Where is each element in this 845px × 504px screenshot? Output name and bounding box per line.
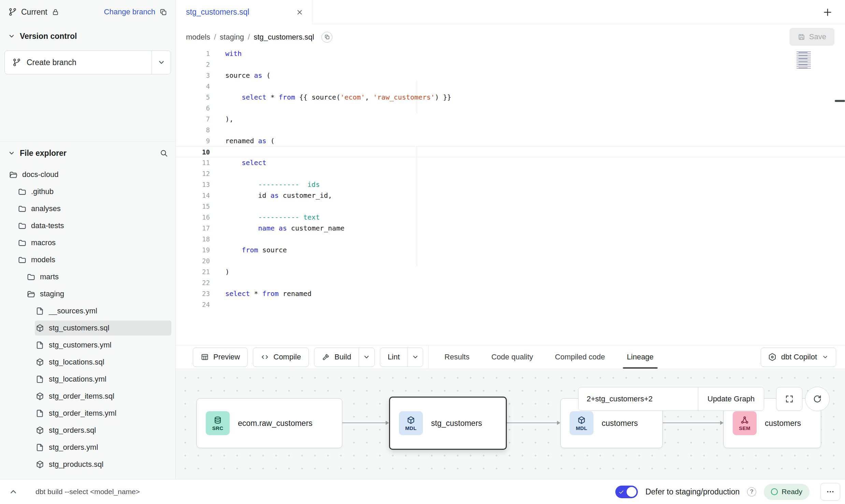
file-item-stg_order_items.yml[interactable]: stg_order_items.yml <box>0 405 175 422</box>
code-line-16[interactable]: 16 ---------- text <box>176 212 845 223</box>
file-item-stg_locations.yml[interactable]: stg_locations.yml <box>0 371 175 388</box>
change-branch-link[interactable]: Change branch <box>104 8 155 16</box>
code-line-20[interactable]: 20 <box>176 255 845 266</box>
code-line-6[interactable]: 6 <box>176 103 845 114</box>
help-icon[interactable]: ? <box>747 487 756 496</box>
badge-label: SEM <box>739 425 750 431</box>
lint-dropdown[interactable] <box>407 348 423 367</box>
lineage-node-stg_customers[interactable]: MDLstg_customers <box>389 397 507 450</box>
code-line-22[interactable]: 22 <box>176 277 845 288</box>
chevron-down-icon <box>8 149 16 157</box>
folder-icon <box>18 204 27 213</box>
code-editor[interactable]: 1with23source as (45 select * from {{ so… <box>176 50 845 345</box>
file-item-staging[interactable]: staging <box>0 285 175 302</box>
file-item-stg_customers.sql[interactable]: stg_customers.sql <box>0 320 175 337</box>
code-line-21[interactable]: 21) <box>176 266 845 277</box>
code-line-2[interactable]: 2 <box>176 59 845 70</box>
minimap[interactable] <box>797 51 816 71</box>
minimap-lines <box>799 52 807 69</box>
line-content: select * from {{ source('ecom', 'raw_cus… <box>225 92 451 103</box>
create-branch-dropdown[interactable] <box>152 51 171 74</box>
tab-stg-customers-sql[interactable]: stg_customers.sql <box>176 0 313 24</box>
compile-button[interactable]: Compile <box>253 347 309 367</box>
build-dropdown[interactable] <box>359 348 374 367</box>
code-line-18[interactable]: 18 <box>176 234 845 244</box>
line-number: 6 <box>176 103 210 114</box>
file-item-stg_customers.yml[interactable]: stg_customers.yml <box>0 337 175 354</box>
expand-command-bar-icon[interactable] <box>8 487 18 497</box>
update-graph-button[interactable]: Update Graph <box>698 387 764 411</box>
lineage-panel[interactable]: SRCecom.raw_customersMDLstg_customersMDL… <box>176 369 845 479</box>
tab-compiled-code[interactable]: Compiled code <box>555 345 605 369</box>
code-line-15[interactable]: 15 <box>176 201 845 212</box>
code-line-4[interactable]: 4 <box>176 81 845 92</box>
code-line-12[interactable]: 12 <box>176 168 845 179</box>
file-item-__sources.yml[interactable]: __sources.yml <box>0 302 175 320</box>
file-tree: docs-cloud.githubanalysesdata-testsmacro… <box>0 166 175 473</box>
file-item-stg_order_items.sql[interactable]: stg_order_items.sql <box>0 388 175 405</box>
code-icon <box>261 353 269 361</box>
tab-code-quality[interactable]: Code quality <box>491 345 533 369</box>
tab-lineage[interactable]: Lineage <box>627 345 654 369</box>
code-line-23[interactable]: 23select * from renamed <box>176 288 845 299</box>
file-item-data-tests[interactable]: data-tests <box>0 217 175 234</box>
lineage-node-ecom.raw_customers[interactable]: SRCecom.raw_customers <box>197 398 342 448</box>
file-explorer-header[interactable]: File explorer <box>0 145 175 161</box>
badge-label: MDL <box>576 425 587 431</box>
code-line-24[interactable]: 24 <box>176 299 845 310</box>
lint-button[interactable]: Lint <box>380 348 407 367</box>
tab-results[interactable]: Results <box>444 345 469 369</box>
new-tab-icon[interactable] <box>822 7 833 17</box>
breadcrumb-models[interactable]: models <box>186 33 210 42</box>
code-line-9[interactable]: 9renamed as ( <box>176 135 845 146</box>
more-options-button[interactable] <box>820 483 840 501</box>
defer-toggle[interactable] <box>615 486 638 498</box>
file-item-marts[interactable]: marts <box>0 268 175 285</box>
search-icon[interactable] <box>160 149 168 157</box>
copy-branch-icon[interactable] <box>159 8 167 16</box>
close-tab-icon[interactable] <box>296 9 303 16</box>
file-label: data-tests <box>31 221 64 230</box>
file-item-docs-cloud[interactable]: docs-cloud <box>0 166 175 183</box>
build-button[interactable]: Build <box>314 348 359 367</box>
folder-icon <box>27 272 35 281</box>
preview-button[interactable]: Preview <box>193 347 248 367</box>
code-line-11[interactable]: 11 select <box>176 157 845 168</box>
file-item-.github[interactable]: .github <box>0 183 175 200</box>
line-number: 11 <box>176 157 210 168</box>
code-line-17[interactable]: 17 name as customer_name <box>176 223 845 234</box>
fullscreen-button[interactable] <box>776 387 802 411</box>
fullscreen-icon <box>785 394 794 404</box>
semantic-badge: SEM <box>733 411 757 435</box>
copy-path-button[interactable] <box>321 32 332 43</box>
code-line-19[interactable]: 19 from source <box>176 244 845 255</box>
code-line-1[interactable]: 1with <box>176 50 845 59</box>
code-line-8[interactable]: 8 <box>176 124 845 135</box>
file-item-analyses[interactable]: analyses <box>0 200 175 217</box>
breadcrumb-staging[interactable]: staging <box>220 33 244 42</box>
code-line-10[interactable]: 10 <box>176 146 845 157</box>
code-line-3[interactable]: 3source as ( <box>176 70 845 81</box>
refresh-button[interactable] <box>805 387 830 411</box>
create-branch-main[interactable]: Create branch <box>5 51 152 74</box>
code-line-5[interactable]: 5 select * from {{ source('ecom', 'raw_c… <box>176 92 845 103</box>
code-line-7[interactable]: 7), <box>176 114 845 124</box>
dbt-copilot-button[interactable]: dbt Copilot <box>761 347 836 367</box>
folder-open-icon <box>9 170 18 179</box>
save-button[interactable]: Save <box>789 28 834 46</box>
command-hint[interactable]: dbt build --select <model_name> <box>35 488 140 496</box>
code-line-13[interactable]: 13 ---------- ids <box>176 179 845 190</box>
file-item-macros[interactable]: macros <box>0 234 175 251</box>
sidebar-spacer <box>0 74 175 141</box>
lineage-graph: SRCecom.raw_customersMDLstg_customersMDL… <box>176 369 845 479</box>
code-line-14[interactable]: 14 id as customer_id, <box>176 190 845 201</box>
lineage-selector-input[interactable] <box>578 387 698 411</box>
file-item-models[interactable]: models <box>0 251 175 268</box>
file-item-inner: stg_customers.yml <box>35 338 171 353</box>
file-item-stg_orders.sql[interactable]: stg_orders.sql <box>0 422 175 439</box>
version-control-header[interactable]: Version control <box>0 28 175 44</box>
file-item-stg_orders.yml[interactable]: stg_orders.yml <box>0 439 175 456</box>
scrollbar-marker[interactable] <box>835 100 845 102</box>
file-item-stg_locations.sql[interactable]: stg_locations.sql <box>0 354 175 371</box>
file-item-stg_products.sql[interactable]: stg_products.sql <box>0 456 175 473</box>
